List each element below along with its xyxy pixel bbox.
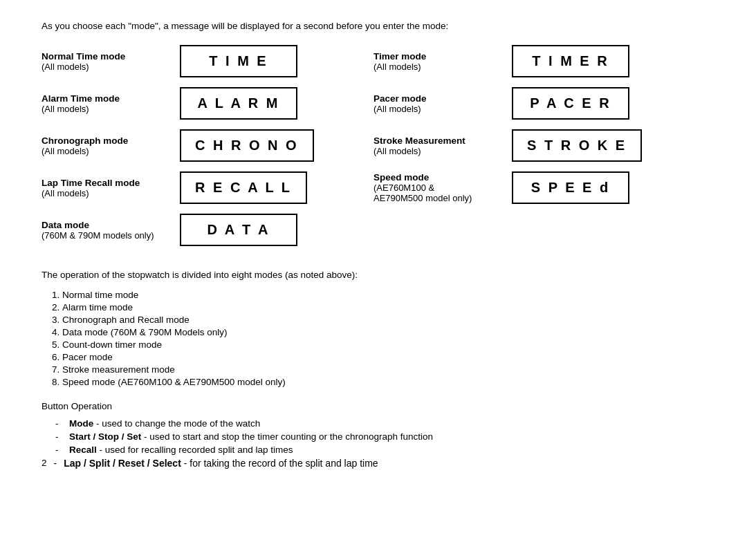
mode-row-time: Normal Time mode (All models) T I M E [42,45,374,77]
mode-sub-chrono: (All models) [42,146,180,156]
mode-box-timer: T I M E R [512,45,629,77]
mode-label-time: Normal Time mode (All models) [42,51,180,72]
list-item-6: Pacer mode [62,352,706,362]
list-item-2: Alarm time mode [62,302,706,312]
list-item-5: Count-down timer mode [62,339,706,350]
mode-row-timer: Timer mode (All models) T I M E R [374,45,706,77]
mode-sub-recall: (All models) [42,188,180,198]
bullet-item-mode: - Mode - used to change the mode of the … [55,418,706,429]
mode-label-data: Data mode (760M & 790M models only) [42,220,180,241]
page-number: 2 [42,458,47,468]
mode-sub-pacer: (All models) [374,104,512,114]
dash-1: - [55,418,62,429]
mode-sub-data: (760M & 790M models only) [42,230,180,241]
operation-text: The operation of the stopwatch is divide… [42,270,706,280]
mode-name-timer: Timer mode [374,51,512,62]
bullet-item-recall: - Recall - used for recalling recorded s… [55,445,706,455]
mode-row-alarm: Alarm Time mode (All models) A L A R M [42,87,374,120]
mode-name-alarm: Alarm Time mode [42,93,180,104]
modes-grid: Normal Time mode (All models) T I M E Al… [42,45,706,256]
bullet-mode-rest: - used to change the mode of the watch [93,418,260,429]
last-bullet-row: 2 - Lap / Split / Reset / Select - for t… [42,458,706,469]
mode-sub-stroke: (All models) [374,146,512,156]
list-item-1: Normal time mode [62,290,706,300]
bullet-start-text: Start / Stop / Set - used to start and s… [69,431,433,442]
bullet-recall-rest: - used for recalling recorded split and … [97,445,293,455]
mode-name-pacer: Pacer mode [374,93,512,104]
list-item-7: Stroke measurement mode [62,364,706,375]
mode-sub-alarm: (All models) [42,104,180,114]
button-operation-label: Button Operation [42,401,706,411]
mode-label-timer: Timer mode (All models) [374,51,512,72]
numbered-list: Normal time mode Alarm time mode Chronog… [62,290,706,387]
mode-box-data: D A T A [180,214,297,246]
bullet-recall-bold: Recall [69,445,97,455]
mode-label-speed: Speed mode (AE760M100 & AE790M500 model … [374,172,512,203]
mode-name-speed: Speed mode [374,172,512,183]
list-item-8: Speed mode (AE760M100 & AE790M500 model … [62,377,706,387]
mode-sub-time: (All models) [42,62,180,72]
mode-name-time: Normal Time mode [42,51,180,62]
bullet-recall-text: Recall - used for recalling recorded spl… [69,445,293,455]
last-bullet-text: Lap / Split / Reset / Select - for takin… [64,458,378,469]
mode-row-recall: Lap Time Recall mode (All models) R E C … [42,171,374,204]
mode-label-pacer: Pacer mode (All models) [374,93,512,114]
bullet-mode-bold: Mode [69,418,93,429]
bullet-start-rest: - used to start and stop the timer count… [141,431,433,442]
mode-box-recall: R E C A L L [180,171,307,204]
mode-label-recall: Lap Time Recall mode (All models) [42,178,180,198]
modes-left-column: Normal Time mode (All models) T I M E Al… [42,45,374,256]
mode-name-chrono: Chronograph mode [42,136,180,146]
mode-row-stroke: Stroke Measurement (All models) S T R O … [374,129,706,162]
mode-box-speed: S P E E d [512,171,629,204]
mode-sub-timer: (All models) [374,62,512,72]
mode-label-alarm: Alarm Time mode (All models) [42,93,180,114]
mode-box-time: T I M E [180,45,297,77]
mode-row-speed: Speed mode (AE760M100 & AE790M500 model … [374,171,706,204]
bullet-item-start: - Start / Stop / Set - used to start and… [55,431,706,442]
mode-name-stroke: Stroke Measurement [374,136,512,146]
bullet-start-bold: Start / Stop / Set [69,431,141,442]
mode-box-chrono: C H R O N O [180,129,314,162]
intro-text: As you choose each "mode", a message wil… [42,21,706,31]
bullet-mode-text: Mode - used to change the mode of the wa… [69,418,260,429]
list-item-3: Chronograph and Recall mode [62,315,706,325]
mode-label-stroke: Stroke Measurement (All models) [374,136,512,156]
mode-name-recall: Lap Time Recall mode [42,178,180,188]
mode-box-pacer: P A C E R [512,87,629,120]
modes-right-column: Timer mode (All models) T I M E R Pacer … [374,45,706,256]
mode-box-stroke: S T R O K E [512,129,642,162]
mode-label-chrono: Chronograph mode (All models) [42,136,180,156]
last-bullet-rest: - for taking the record of the split and… [181,458,378,469]
mode-sub-speed: (AE760M100 & AE790M500 model only) [374,183,512,203]
last-bullet-bold: Lap / Split / Reset / Select [64,458,181,469]
list-item-4: Data mode (760M & 790M Models only) [62,327,706,337]
dash-2: - [55,431,62,442]
mode-name-data: Data mode [42,220,180,230]
dash-4: - [54,458,57,469]
mode-row-data: Data mode (760M & 790M models only) D A … [42,214,374,246]
bullet-list: - Mode - used to change the mode of the … [55,418,706,455]
mode-row-chrono: Chronograph mode (All models) C H R O N … [42,129,374,162]
mode-box-alarm: A L A R M [180,87,297,120]
dash-3: - [55,445,62,455]
mode-row-pacer: Pacer mode (All models) P A C E R [374,87,706,120]
